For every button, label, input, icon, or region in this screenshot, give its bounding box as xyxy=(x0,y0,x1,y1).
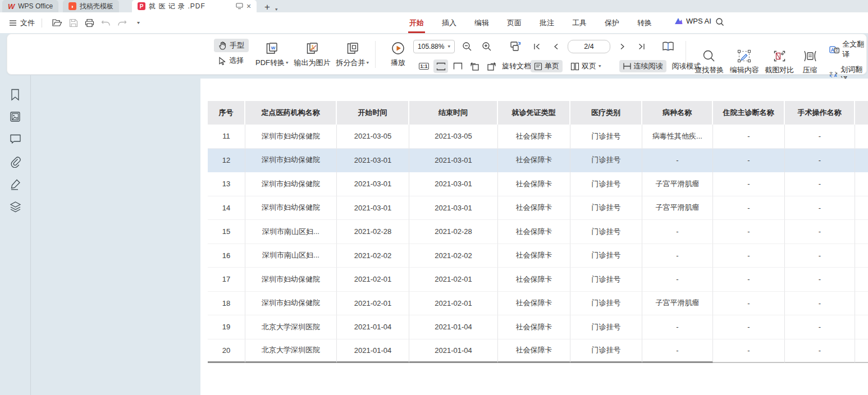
table-cell: 2021-03-01 xyxy=(409,172,498,196)
menu-item-3[interactable]: 页面 xyxy=(506,17,523,29)
table-header-cell: 就诊凭证类型 xyxy=(498,101,570,125)
table-cell: - xyxy=(713,125,785,149)
page-number-input[interactable]: 2/4 xyxy=(568,40,610,53)
open-folder-icon[interactable] xyxy=(51,17,63,29)
menu-item-6[interactable]: 保护 xyxy=(604,17,620,29)
layers-icon[interactable] xyxy=(10,201,22,213)
screenshot-compare-button[interactable]: 截图对比 xyxy=(764,47,795,78)
prev-page-icon[interactable] xyxy=(549,40,563,53)
table-cell xyxy=(855,125,868,149)
quick-access-chevron-icon[interactable]: ▾ xyxy=(133,18,144,27)
table-cell: 门诊挂号 xyxy=(570,220,642,244)
find-replace-button[interactable]: 查找替换 xyxy=(693,47,725,78)
menu-search-icon[interactable] xyxy=(715,17,724,26)
rotate-right-icon[interactable] xyxy=(484,59,499,73)
hand-tool-button[interactable]: 手型 xyxy=(214,39,249,52)
last-page-icon[interactable] xyxy=(634,40,648,53)
menu-item-2[interactable]: 编辑 xyxy=(473,17,490,29)
fit-width-icon[interactable] xyxy=(433,59,448,73)
zoom-in-icon[interactable] xyxy=(479,40,494,53)
read-mode-icon[interactable] xyxy=(661,40,675,53)
page-indicator: 2/4 xyxy=(584,43,593,50)
table-header-row: 序号定点医药机构名称开始时间结束时间就诊凭证类型医疗类别病种名称住院主诊断名称手… xyxy=(208,101,868,125)
table-cell: 社会保障卡 xyxy=(498,315,570,339)
continuous-read-toggle[interactable]: 连续阅读 xyxy=(619,60,666,72)
table-cell: 门诊挂号 xyxy=(570,292,642,316)
table-cell: 社会保障卡 xyxy=(498,244,570,268)
menu-item-0[interactable]: 开始 xyxy=(408,17,425,29)
ribbon-toolbar: 手型 选择 W PDF转换▾ 输出为图片 拆分合并▾ 播放 105.88% ▾ xyxy=(7,34,867,75)
actual-size-icon[interactable]: 1:1 xyxy=(417,59,431,73)
rotate-document-label[interactable]: 旋转文档 xyxy=(502,61,531,71)
close-tab-icon[interactable]: × xyxy=(246,2,251,11)
table-cell: 病毒性其他疾... xyxy=(642,125,713,149)
print-icon[interactable] xyxy=(84,17,95,29)
table-cell: 门诊挂号 xyxy=(570,315,642,339)
table-cell: - xyxy=(785,292,855,316)
play-button[interactable]: 播放 xyxy=(383,39,413,70)
table-cell: 18 xyxy=(208,292,245,316)
table-cell: - xyxy=(713,149,785,173)
table-cell: 社会保障卡 xyxy=(498,196,570,221)
monitor-icon[interactable] xyxy=(236,3,243,10)
svg-text:W: W xyxy=(271,45,276,50)
table-header-cell: 结束时间 xyxy=(409,101,498,125)
redo-icon[interactable] xyxy=(116,17,128,29)
table-header-cell: 开始时间 xyxy=(337,101,409,125)
single-page-toggle[interactable]: 单页 xyxy=(531,60,563,72)
split-merge-icon xyxy=(345,41,360,56)
select-tool-label: 选择 xyxy=(229,56,244,66)
table-cell: 深圳市南山区妇... xyxy=(245,220,337,244)
full-translate-button[interactable]: A文 全文翻译 xyxy=(827,39,868,60)
table-header-cell: 定点医药机构名称 xyxy=(245,101,337,125)
docer-icon: ◗ xyxy=(68,2,76,10)
table-cell: 17 xyxy=(208,268,245,292)
rotate-document-icon[interactable] xyxy=(508,40,523,53)
table-cell: 2021-01-04 xyxy=(337,339,409,364)
double-page-toggle[interactable]: 双页 ▾ xyxy=(567,60,605,72)
zoom-level-select[interactable]: 105.88% ▾ xyxy=(413,40,455,53)
split-merge-button[interactable]: 拆分合并▾ xyxy=(336,39,369,70)
pdf-convert-button[interactable]: W PDF转换▾ xyxy=(255,39,289,70)
next-page-icon[interactable] xyxy=(615,40,629,53)
select-tool-button[interactable]: 选择 xyxy=(214,54,249,67)
table-header-cell: 序号 xyxy=(208,101,245,125)
compress-icon xyxy=(802,49,818,63)
comment-icon[interactable] xyxy=(10,134,22,146)
bookmark-icon[interactable] xyxy=(10,89,22,101)
undo-icon[interactable] xyxy=(100,17,112,29)
table-cell: - xyxy=(785,125,855,149)
zoom-out-icon[interactable] xyxy=(460,40,474,53)
thumbnail-icon[interactable] xyxy=(10,111,22,123)
export-image-button[interactable]: 输出为图片 xyxy=(294,39,331,70)
signature-icon[interactable] xyxy=(10,178,22,191)
file-menu-button[interactable]: 文件 xyxy=(9,18,35,28)
hand-tool-label: 手型 xyxy=(230,40,244,50)
tab-docer-template[interactable]: ◗ 找稿壳模板 xyxy=(63,0,119,12)
split-merge-label: 拆分合并 xyxy=(336,58,366,68)
table-row: 15深圳市南山区妇...2021-02-282021-02-28社会保障卡门诊挂… xyxy=(208,220,868,244)
table-row: 20北京大学深圳医院2021-01-042021-01-04社会保障卡门诊挂号-… xyxy=(208,339,868,364)
fit-page-icon[interactable] xyxy=(450,59,465,73)
table-cell: 子宫平滑肌瘤 xyxy=(642,196,713,221)
new-tab-button[interactable]: + xyxy=(264,2,270,12)
first-page-icon[interactable] xyxy=(529,40,544,53)
table-cell: - xyxy=(713,339,785,364)
tab-wps-office[interactable]: W WPS Office xyxy=(2,0,58,12)
menu-item-4[interactable]: 批注 xyxy=(538,17,555,29)
attachment-icon[interactable] xyxy=(10,156,22,168)
rotate-left-icon[interactable] xyxy=(467,59,482,73)
menu-item-1[interactable]: 插入 xyxy=(441,17,458,29)
table-cell: 门诊挂号 xyxy=(570,196,642,221)
table-cell: 深圳市妇幼保健院 xyxy=(245,196,337,221)
wps-ai-button[interactable]: WPS AI xyxy=(674,17,711,25)
save-icon[interactable] xyxy=(67,17,79,29)
menu-item-7[interactable]: 转换 xyxy=(636,17,653,29)
edit-pencil-icon xyxy=(737,49,751,63)
tab-list-chevron-icon[interactable]: ▾ xyxy=(275,7,278,12)
compress-button[interactable]: 压缩 xyxy=(798,47,821,78)
menu-item-5[interactable]: 工具 xyxy=(571,17,588,29)
table-cell: 2021-01-04 xyxy=(409,339,498,364)
edit-content-button[interactable]: 编辑内容 xyxy=(728,47,760,78)
tab-document-active[interactable]: P 就 医 记 录 .PDF × xyxy=(132,0,257,12)
